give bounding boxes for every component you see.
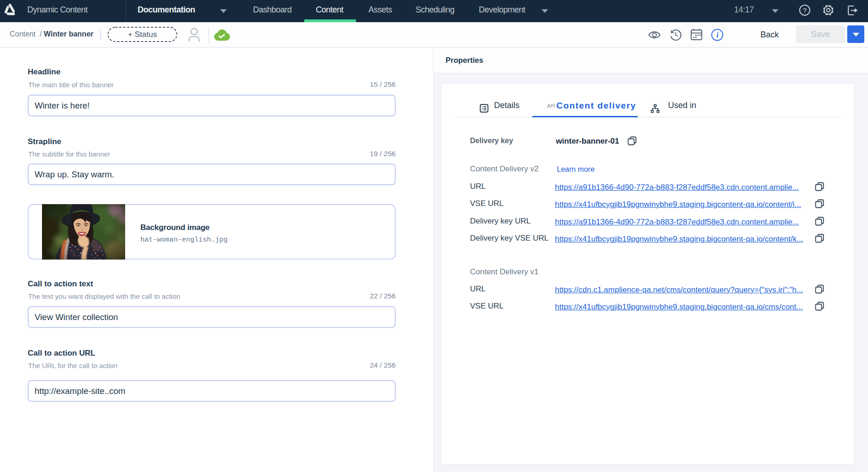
svg-text:i: i (717, 31, 719, 39)
svg-text:?: ? (803, 6, 807, 14)
